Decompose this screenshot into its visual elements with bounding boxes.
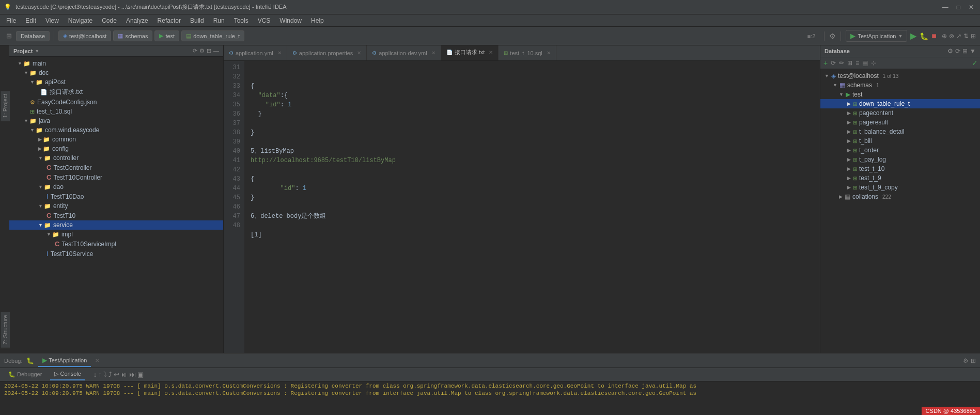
toolbar-active-tab[interactable]: ▤ down_table_rule_t [181, 30, 244, 41]
stop-button[interactable]: ■ [931, 31, 937, 41]
debug-tab-testapp[interactable]: ▶ TestApplication [38, 355, 91, 367]
tree-item-main[interactable]: ▼ 📁 main [9, 59, 223, 68]
debug-subtab-debugger[interactable]: 🐛 Debugger [4, 369, 46, 380]
db-index-icon[interactable]: ▤ [861, 59, 869, 67]
db-table-icon-btn[interactable]: ⊞ [846, 59, 853, 67]
db-table-pageresult[interactable]: ▶ ⊞ pageresult [820, 118, 980, 127]
menu-edit[interactable]: Edit [21, 16, 40, 25]
db-table-t-order[interactable]: ▶ ⊞ t_order [820, 146, 980, 155]
toolbar-test-localhost[interactable]: ◈ test@localhost [58, 30, 111, 41]
tree-item-testt10service[interactable]: I TestT10Service [9, 249, 223, 259]
toolbar-db-icon[interactable]: ⊞ [4, 31, 14, 41]
db-header-settings-icon[interactable]: ⚙ [947, 47, 953, 55]
debug-btn-2[interactable]: ↑ [98, 371, 102, 378]
db-header-expand-icon[interactable]: ⊞ [962, 47, 968, 55]
project-expand-icon[interactable]: ⊞ [207, 47, 211, 54]
db-table-test-t-9-copy[interactable]: ▶ ⊞ test_t_9_copy [820, 183, 980, 192]
db-edit-icon[interactable]: ✏ [838, 59, 845, 67]
close-btn[interactable]: ✕ [967, 4, 976, 11]
menu-run[interactable]: Run [209, 16, 229, 25]
menu-build[interactable]: Build [186, 16, 208, 25]
coverage-icon[interactable]: ⊕ [942, 33, 947, 40]
debug-maximize-icon[interactable]: ⊞ [971, 357, 976, 364]
db-item-connection[interactable]: ▼ ◈ test@localhost 1 of 13 [820, 71, 980, 81]
menu-navigate[interactable]: Navigate [64, 16, 97, 25]
db-filter-icon[interactable]: ⊹ [870, 59, 877, 67]
db-item-schemas[interactable]: ▼ ▦ schemas 1 [820, 81, 980, 90]
db-add-icon[interactable]: + [822, 59, 829, 67]
project-gear-icon[interactable]: ⚙ [199, 47, 205, 54]
db-table-pagecontent[interactable]: ▶ ⊞ pagecontent [820, 108, 980, 118]
profiler-icon[interactable]: ⊗ [949, 33, 954, 40]
tree-item-service[interactable]: ▼ 📁 service [9, 220, 223, 230]
menu-file[interactable]: File [2, 16, 20, 25]
debug-settings-icon[interactable]: ⚙ [963, 357, 969, 364]
debug-btn-1[interactable]: ↓ [94, 371, 97, 378]
maximize-btn[interactable]: □ [955, 4, 962, 11]
debug-btn-8[interactable]: ▣ [137, 371, 144, 378]
vertical-tab-structure[interactable]: Z: Structure [0, 312, 10, 348]
debug-btn-6[interactable]: ⏯ [121, 371, 128, 378]
tree-item-testt10controller[interactable]: C TestT10Controller [9, 172, 223, 182]
tree-item-jiekou[interactable]: 📄 接口请求.txt [9, 87, 223, 98]
toolbar-schemas[interactable]: ▦ schemas [113, 30, 152, 41]
db-header-sync-icon[interactable]: ⟳ [955, 47, 960, 55]
tree-item-config[interactable]: ▶ 📁 config [9, 144, 223, 153]
db-col-icon[interactable]: ≡ [854, 59, 860, 67]
db-sync-icon[interactable]: ⟳ [830, 59, 837, 67]
tree-item-easycode[interactable]: ⚙ EasyCodeConfig.json [9, 98, 223, 107]
tree-item-java[interactable]: ▼ 📁 java [9, 116, 223, 125]
db-item-test[interactable]: ▼ ▶ test [820, 90, 980, 99]
tree-item-dao[interactable]: ▼ 📁 dao [9, 182, 223, 191]
run-config-dropdown[interactable]: ▶ TestApplication ▼ [846, 30, 907, 42]
close-tab-app-yml[interactable]: ✕ [277, 50, 282, 56]
project-sync-icon[interactable]: ⟳ [193, 47, 197, 54]
debug-button[interactable]: 🐛 [920, 32, 928, 40]
tree-item-comwind[interactable]: ▼ 📁 com.wind.easycode [9, 125, 223, 135]
db-table-test-t-10[interactable]: ▶ ⊞ test_t_10 [820, 164, 980, 173]
debug-subtab-console[interactable]: ▷ Console [50, 369, 85, 380]
debug-btn-3[interactable]: ⤵ [103, 371, 107, 378]
db-table-t-bill[interactable]: ▶ ⊞ t_bill [820, 136, 980, 146]
tree-item-apipost[interactable]: ▼ 📁 apiPost [9, 77, 223, 87]
db-table-down-table-rule-t[interactable]: ▶ ⊞ down_table_rule_t [820, 99, 980, 108]
minimize-btn[interactable]: — [940, 4, 951, 11]
menu-view[interactable]: View [41, 16, 63, 25]
toolbar-database[interactable]: Database [16, 31, 50, 41]
tree-item-impl[interactable]: ▼ 📁 impl [9, 230, 223, 239]
tree-item-testcontroller[interactable]: C TestController [9, 163, 223, 172]
toolbar-test[interactable]: ▶ test [154, 30, 179, 41]
debug-btn-5[interactable]: ↩ [114, 371, 119, 378]
close-tab-test-sql[interactable]: ✕ [547, 50, 551, 56]
debug-icon[interactable]: 🐛 [26, 357, 34, 364]
tree-item-doc[interactable]: ▼ 📁 doc [9, 68, 223, 77]
tree-item-testt10[interactable]: C TestT10 [9, 211, 223, 220]
menu-refactor[interactable]: Refactor [153, 16, 185, 25]
close-tab-jiekou[interactable]: ✕ [489, 50, 493, 55]
menu-vcs[interactable]: VCS [254, 16, 275, 25]
tab-app-dev-yml[interactable]: ⚙ application-dev.yml ✕ [367, 45, 441, 61]
menu-tools[interactable]: Tools [230, 16, 253, 25]
close-debug-tab[interactable]: ✕ [95, 358, 99, 363]
db-item-collations[interactable]: ▶ ▦ collations 222 [820, 192, 980, 201]
toolbar-settings-icon[interactable]: ⚙ [829, 32, 836, 40]
vertical-tab-project[interactable]: 1: Project [0, 91, 10, 121]
run-button[interactable]: ▶ [910, 31, 916, 41]
code-text[interactable]: { "data":{ "id": 1 } } 5、listByMap http:… [244, 61, 820, 353]
editor-content[interactable]: 31 32 33 34 35 36 37 38 39 40 41 42 43 4… [224, 61, 820, 353]
db-header-filter-icon[interactable]: ▼ [970, 47, 976, 55]
menu-help[interactable]: Help [307, 16, 328, 25]
tree-item-sql[interactable]: ⊞ test_t_10.sql [9, 107, 223, 116]
tab-test-sql[interactable]: ⊞ test_t_10.sql ✕ [499, 45, 556, 61]
debug-btn-4[interactable]: ⤴ [108, 371, 112, 378]
debug-btn-7[interactable]: ⏭ [129, 371, 136, 378]
menu-code[interactable]: Code [98, 16, 121, 25]
extra-icon-3[interactable]: ⊞ [971, 33, 976, 40]
tree-item-testt10dao[interactable]: I TestT10Dao [9, 191, 223, 201]
extra-icon-1[interactable]: ↗ [956, 33, 961, 40]
menu-analyze[interactable]: Analyze [122, 16, 152, 25]
tab-app-yml[interactable]: ⚙ application.yml ✕ [224, 45, 287, 61]
tree-item-controller[interactable]: ▼ 📁 controller [9, 153, 223, 163]
menu-window[interactable]: Window [275, 16, 306, 25]
tab-jiekou[interactable]: 📄 接口请求.txt ✕ [441, 45, 499, 61]
